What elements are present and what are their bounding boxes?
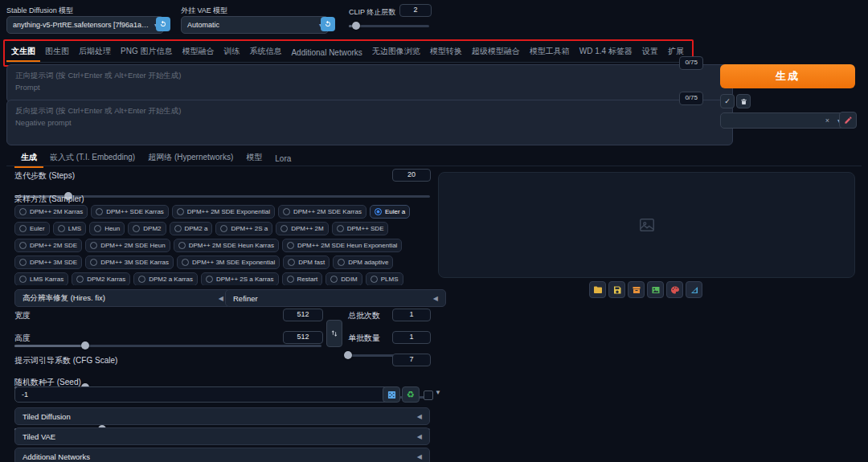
sampler-radio[interactable]: DPM2 a bbox=[170, 222, 213, 235]
sampler-radio[interactable]: DPM++ 3M SDE Exponential bbox=[177, 256, 280, 269]
sampler-radio[interactable]: DDIM bbox=[326, 272, 362, 285]
negative-prompt-input[interactable]: 反向提示词 (按 Ctrl+Enter 或 Alt+Enter 开始生成) Ne… bbox=[6, 100, 733, 145]
sampler-radio[interactable]: DPM++ 3M SDE Karras bbox=[85, 256, 174, 269]
sampler-radio[interactable]: DPM++ 2M SDE Karras bbox=[278, 205, 366, 219]
extension-accordion[interactable]: Tiled VAE ◀ bbox=[14, 427, 430, 445]
slider-handle[interactable] bbox=[344, 351, 352, 359]
seed-input[interactable]: -1 bbox=[14, 386, 392, 403]
reuse-seed-button[interactable]: ♻ bbox=[402, 386, 420, 403]
main-tab-bar: 文生图 图生图 后期处理 PNG 图片信息 模型融合 训练 系统信息 Addit… bbox=[6, 42, 694, 63]
hires-fix-accordion[interactable]: 高分辨率修复 (Hires. fix) ◀ bbox=[14, 289, 231, 307]
tab-label: 模型转换 bbox=[430, 47, 462, 55]
main-tab[interactable]: 设置 bbox=[637, 42, 663, 62]
main-tab[interactable]: 模型工具箱 bbox=[525, 42, 575, 62]
main-tab[interactable]: WD 1.4 标签器 bbox=[575, 42, 637, 62]
refresh-sd-model-button[interactable] bbox=[156, 17, 170, 31]
accordion-label: Tiled VAE bbox=[23, 432, 55, 441]
main-tab[interactable]: 训练 bbox=[219, 42, 244, 62]
extension-accordions: Tiled Diffusion ◀ Tiled VAE ◀ Additional… bbox=[14, 407, 430, 462]
width-slider[interactable] bbox=[14, 341, 321, 350]
main-tab[interactable]: 超级模型融合 bbox=[467, 42, 525, 62]
main-tab[interactable]: 图生图 bbox=[40, 42, 74, 62]
sampler-radio[interactable]: DPM++ SDE Karras bbox=[91, 205, 169, 219]
radio-dot-icon bbox=[19, 225, 27, 232]
save-zip-button[interactable] bbox=[628, 281, 645, 298]
refiner-accordion[interactable]: Refiner ◀ bbox=[225, 289, 446, 307]
sampler-radio[interactable]: DPM++ 2S a bbox=[215, 222, 272, 235]
sampler-radio[interactable]: DPM fast bbox=[283, 256, 330, 269]
main-tab[interactable]: Additional Networks bbox=[286, 44, 366, 62]
send-to-img2img-button[interactable] bbox=[647, 281, 664, 298]
main-tab[interactable]: 模型转换 bbox=[425, 42, 467, 62]
sampler-radio[interactable]: DPM++ 2M SDE Heun bbox=[85, 239, 170, 252]
sampler-radio[interactable]: DPM adaptive bbox=[333, 256, 393, 269]
close-icon[interactable]: × bbox=[825, 117, 829, 125]
gallery-toolbar bbox=[438, 281, 854, 298]
send-to-extras-button[interactable] bbox=[686, 281, 702, 298]
main-tab[interactable]: 系统信息 bbox=[244, 42, 286, 62]
open-folder-button[interactable] bbox=[589, 281, 606, 298]
refresh-vae-button[interactable] bbox=[321, 17, 335, 31]
styles-dropdown[interactable]: × ▾ bbox=[720, 112, 847, 129]
sampler-radio[interactable]: DPM++ 2M Karras bbox=[14, 205, 88, 219]
sd-model-dropdown[interactable]: anything-v5-PrtRE.safetensors [7f96a1a9c… bbox=[6, 16, 164, 34]
main-tab[interactable]: 后期处理 bbox=[74, 42, 116, 62]
random-seed-button[interactable] bbox=[383, 386, 400, 403]
clear-prompt-button[interactable] bbox=[736, 94, 751, 108]
batch-size-value-input[interactable]: 1 bbox=[392, 331, 431, 344]
sampler-radio[interactable]: DPM++ 2M SDE Exponential bbox=[172, 205, 275, 219]
height-label: 高度 bbox=[14, 333, 31, 344]
edit-styles-button[interactable] bbox=[839, 112, 857, 129]
sampler-radio[interactable]: PLMS bbox=[366, 272, 403, 285]
sampler-radio[interactable]: DPM++ SDE bbox=[332, 222, 389, 235]
swap-dimensions-button[interactable] bbox=[326, 320, 342, 347]
seed-extra-checkbox[interactable] bbox=[424, 390, 433, 400]
generate-button[interactable]: 生成 bbox=[720, 64, 855, 88]
cfg-scale-value-input[interactable]: 7 bbox=[392, 354, 431, 366]
radio-dot-icon bbox=[177, 208, 184, 215]
tab-label: 超网络 (Hypernetworks) bbox=[148, 153, 233, 161]
radio-label: DDIM bbox=[341, 276, 357, 283]
send-to-inpaint-button[interactable] bbox=[666, 281, 683, 298]
radio-label: DPM++ 3M SDE Exponential bbox=[192, 259, 275, 266]
main-tab[interactable]: 文生图 bbox=[6, 42, 40, 62]
extension-accordion[interactable]: Additional Networks ◀ bbox=[14, 448, 430, 462]
radio-dot-icon bbox=[288, 259, 295, 266]
prompt-input[interactable]: 正向提示词 (按 Ctrl+Enter 或 Alt+Enter 开始生成) Pr… bbox=[6, 64, 733, 103]
sampler-radio[interactable]: DPM2 Karras bbox=[72, 272, 130, 285]
slider-handle[interactable] bbox=[352, 22, 360, 30]
steps-label: 迭代步数 (Steps) bbox=[14, 170, 75, 182]
vae-dropdown[interactable]: Automatic ▾ bbox=[181, 16, 329, 34]
sampler-radio[interactable]: LMS Karras bbox=[14, 272, 68, 285]
width-value-input[interactable]: 512 bbox=[283, 309, 323, 321]
sampler-radio[interactable]: Restart bbox=[282, 272, 323, 285]
height-value-input[interactable]: 512 bbox=[283, 331, 323, 344]
sampler-radio[interactable]: DPM++ 2M SDE Heun Exponential bbox=[282, 239, 403, 252]
clip-skip-value-input[interactable]: 2 bbox=[399, 4, 432, 17]
main-tab[interactable]: PNG 图片信息 bbox=[116, 42, 177, 62]
sampler-radio[interactable]: Euler bbox=[14, 222, 50, 235]
clip-skip-slider[interactable] bbox=[349, 21, 429, 31]
batch-count-value-input[interactable]: 1 bbox=[392, 309, 431, 321]
sampler-radio[interactable]: DPM++ 2S a Karras bbox=[201, 272, 279, 285]
result-gallery bbox=[438, 172, 855, 278]
sampler-radio[interactable]: Heun bbox=[89, 222, 125, 235]
sampler-radio[interactable]: LMS bbox=[53, 222, 86, 235]
extension-accordion[interactable]: Tiled Diffusion ◀ bbox=[14, 407, 430, 425]
slider-handle[interactable] bbox=[81, 341, 89, 350]
main-tab[interactable]: 模型融合 bbox=[177, 42, 219, 62]
sampler-radio[interactable]: DPM++ 3M SDE bbox=[14, 256, 82, 269]
paste-prompt-button[interactable]: ✓ bbox=[720, 94, 735, 108]
sampler-radio[interactable]: DPM++ 2M SDE Heun Karras bbox=[174, 239, 279, 252]
sampler-radio[interactable]: DPM2 bbox=[128, 222, 166, 235]
sampler-radio[interactable]: DPM++ 2M bbox=[276, 222, 328, 235]
save-image-button[interactable] bbox=[608, 281, 625, 298]
sampler-radio[interactable]: DPM++ 2M SDE bbox=[14, 239, 82, 252]
sampler-radio[interactable]: Euler a bbox=[370, 205, 410, 219]
radio-label: DPM++ 2S a Karras bbox=[216, 276, 274, 283]
radio-dot-icon bbox=[220, 225, 227, 232]
radio-dot-icon bbox=[337, 225, 344, 232]
sampler-radio[interactable]: DPM2 a Karras bbox=[133, 272, 198, 285]
steps-value-input[interactable]: 20 bbox=[392, 169, 431, 182]
main-tab[interactable]: 无边图像浏览 bbox=[367, 42, 425, 62]
